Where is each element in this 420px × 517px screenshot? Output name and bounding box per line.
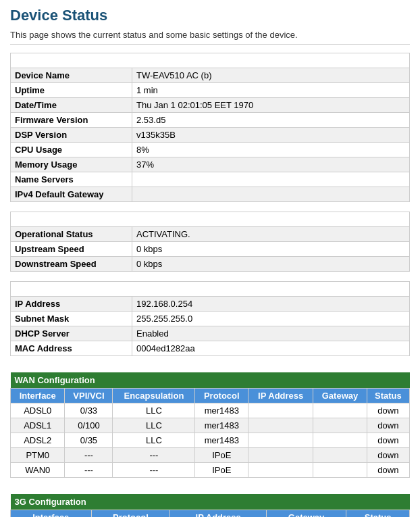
wan-row0-gateway <box>313 403 367 418</box>
lan-dhcp-value: Enabled <box>132 326 410 341</box>
system-memory-label: Memory Usage <box>11 157 132 172</box>
threeg-header: 3G Configuration <box>11 494 410 510</box>
table-row: PTM0 --- --- IPoE down <box>11 448 410 463</box>
wan-row1-ip <box>248 418 313 433</box>
lan-mac-value: 0004ed1282aa <box>132 341 410 356</box>
wan-col-ip: IP Address <box>248 389 313 403</box>
table-row: Device Name TW-EAV510 AC (b) <box>11 68 410 83</box>
wan-row4-vpivci: --- <box>65 463 113 478</box>
system-cpu-label: CPU Usage <box>11 143 132 157</box>
lan-ip-value: 192.168.0.254 <box>132 297 410 312</box>
wan-row3-vpivci: --- <box>65 448 113 463</box>
page-title: Device Status <box>10 7 410 24</box>
page-subtitle: This page shows the current status and s… <box>10 30 410 45</box>
wan-row3-protocol: IPoE <box>195 448 248 463</box>
system-device-name-label: Device Name <box>11 68 132 83</box>
wan-row0-protocol: mer1483 <box>195 403 248 418</box>
wan-row0-interface: ADSL0 <box>11 403 65 418</box>
system-uptime-value: 1 min <box>132 83 410 98</box>
system-gateway-label: IPv4 Default Gateway <box>11 187 132 202</box>
wan-row2-encap: LLC <box>113 433 195 448</box>
wan-row1-gateway <box>313 418 367 433</box>
wan-row0-status: down <box>367 403 409 418</box>
system-cpu-value: 8% <box>132 143 410 157</box>
wan-row3-gateway <box>313 448 367 463</box>
dsl-downstream-value: 0 kbps <box>132 257 410 272</box>
wan-row1-status: down <box>367 418 409 433</box>
wan-col-interface: Interface <box>11 389 65 403</box>
table-row: DHCP Server Enabled <box>11 326 410 341</box>
wan-table: WAN Configuration Interface VPI/VCI Enca… <box>10 372 410 478</box>
system-datetime-value: Thu Jan 1 02:01:05 EET 1970 <box>132 98 410 113</box>
dsl-opstatus-label: Operational Status <box>11 227 132 242</box>
wan-header: WAN Configuration <box>11 372 410 389</box>
lan-subnet-label: Subnet Mask <box>11 312 132 326</box>
table-row: ADSL2 0/35 LLC mer1483 down <box>11 433 410 448</box>
system-header: System <box>11 53 410 68</box>
wan-row3-status: down <box>367 448 409 463</box>
system-gateway-value <box>132 187 410 202</box>
table-row: Date/Time Thu Jan 1 02:01:05 EET 1970 <box>11 98 410 113</box>
table-row: DSP Version v135k35B <box>11 128 410 143</box>
wan-row1-interface: ADSL1 <box>11 418 65 433</box>
wan-row4-ip <box>248 463 313 478</box>
wan-row2-gateway <box>313 433 367 448</box>
system-dsp-value: v135k35B <box>132 128 410 143</box>
wan-row1-protocol: mer1483 <box>195 418 248 433</box>
system-firmware-value: 2.53.d5 <box>132 113 410 128</box>
table-row: IPv4 Default Gateway <box>11 187 410 202</box>
wan-row2-interface: ADSL2 <box>11 433 65 448</box>
dsl-table: DSL Operational Status ACTIVATING. Upstr… <box>10 212 410 272</box>
dsl-downstream-label: Downstream Speed <box>11 257 132 272</box>
wan-row0-vpivci: 0/33 <box>65 403 113 418</box>
lan-header: LAN Configuration <box>11 282 410 297</box>
wan-row4-status: down <box>367 463 409 478</box>
wan-row2-status: down <box>367 433 409 448</box>
lan-mac-label: MAC Address <box>11 341 132 356</box>
table-row: MAC Address 0004ed1282aa <box>11 341 410 356</box>
wan-row4-encap: --- <box>113 463 195 478</box>
threeg-col-protocol: Protocol <box>91 510 170 518</box>
threeg-col-ip: IP Address <box>170 510 267 518</box>
system-firmware-label: Firmware Version <box>11 113 132 128</box>
threeg-col-status: Status <box>346 510 410 518</box>
wan-row3-interface: PTM0 <box>11 448 65 463</box>
wan-row3-ip <box>248 448 313 463</box>
system-dsp-label: DSP Version <box>11 128 132 143</box>
table-row: CPU Usage 8% <box>11 143 410 157</box>
threeg-table: 3G Configuration Interface Protocol IP A… <box>10 494 410 517</box>
dsl-opstatus-value: ACTIVATING. <box>132 227 410 242</box>
wan-row4-protocol: IPoE <box>195 463 248 478</box>
system-uptime-label: Uptime <box>11 83 132 98</box>
lan-subnet-value: 255.255.255.0 <box>132 312 410 326</box>
wan-col-vpivci: VPI/VCI <box>65 389 113 403</box>
wan-row4-gateway <box>313 463 367 478</box>
table-row: WAN0 --- --- IPoE down <box>11 463 410 478</box>
wan-row4-interface: WAN0 <box>11 463 65 478</box>
table-row: Upstream Speed 0 kbps <box>11 242 410 257</box>
wan-col-gateway: Gateway <box>313 389 367 403</box>
table-row: ADSL1 0/100 LLC mer1483 down <box>11 418 410 433</box>
wan-row1-vpivci: 0/100 <box>65 418 113 433</box>
lan-table: LAN Configuration IP Address 192.168.0.2… <box>10 281 410 356</box>
wan-row2-ip <box>248 433 313 448</box>
table-row: Name Servers <box>11 172 410 187</box>
dsl-upstream-value: 0 kbps <box>132 242 410 257</box>
wan-row2-protocol: mer1483 <box>195 433 248 448</box>
system-device-name-value: TW-EAV510 AC (b) <box>132 68 410 83</box>
lan-ip-label: IP Address <box>11 297 132 312</box>
wan-col-protocol: Protocol <box>195 389 248 403</box>
table-row: Firmware Version 2.53.d5 <box>11 113 410 128</box>
dsl-upstream-label: Upstream Speed <box>11 242 132 257</box>
table-row: Downstream Speed 0 kbps <box>11 257 410 272</box>
wan-col-status: Status <box>367 389 409 403</box>
table-row: Operational Status ACTIVATING. <box>11 227 410 242</box>
wan-row0-ip <box>248 403 313 418</box>
system-nameservers-value <box>132 172 410 187</box>
table-row: IP Address 192.168.0.254 <box>11 297 410 312</box>
wan-row3-encap: --- <box>113 448 195 463</box>
lan-dhcp-label: DHCP Server <box>11 326 132 341</box>
system-datetime-label: Date/Time <box>11 98 132 113</box>
system-nameservers-label: Name Servers <box>11 172 132 187</box>
table-row: Subnet Mask 255.255.255.0 <box>11 312 410 326</box>
